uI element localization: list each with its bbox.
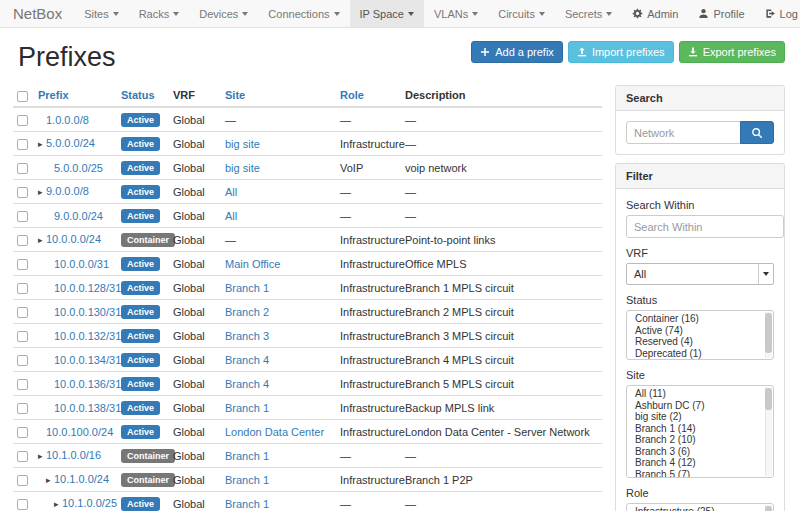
role-value: Infrastructure bbox=[340, 402, 405, 414]
listbox-option[interactable]: Branch 4 (12) bbox=[627, 457, 773, 469]
site-link[interactable]: Branch 3 bbox=[225, 330, 269, 342]
nav-item-vlans[interactable]: VLANs bbox=[424, 0, 488, 27]
row-checkbox[interactable] bbox=[17, 235, 28, 246]
listbox-option[interactable]: Deprecated (1) bbox=[627, 348, 773, 360]
site-link[interactable]: Branch 1 bbox=[225, 402, 269, 414]
site-link[interactable]: big site bbox=[225, 162, 260, 174]
row-checkbox[interactable] bbox=[17, 475, 28, 486]
export-prefixes-button[interactable]: Export prefixes bbox=[679, 41, 785, 63]
listbox-option[interactable]: big site (2) bbox=[627, 411, 773, 423]
row-checkbox[interactable] bbox=[17, 427, 28, 438]
prefix-link[interactable]: 10.0.0.134/31 bbox=[54, 354, 121, 366]
search-input[interactable] bbox=[626, 121, 741, 144]
row-checkbox[interactable] bbox=[17, 379, 28, 390]
prefix-link[interactable]: 10.1.0.0/16 bbox=[46, 449, 101, 461]
site-link[interactable]: big site bbox=[225, 138, 260, 150]
listbox-option[interactable]: All (11) bbox=[627, 388, 773, 400]
row-select-cell bbox=[13, 420, 38, 444]
prefix-link[interactable]: 5.0.0.0/25 bbox=[54, 162, 103, 174]
site-link[interactable]: All bbox=[225, 210, 237, 222]
site-link[interactable]: Branch 4 bbox=[225, 354, 269, 366]
listbox-option[interactable]: Branch 3 (6) bbox=[627, 446, 773, 458]
nav-item-devices[interactable]: Devices bbox=[189, 0, 258, 27]
listbox-option[interactable]: Reserved (4) bbox=[627, 336, 773, 348]
prefix-link[interactable]: 10.0.0.132/31 bbox=[54, 330, 121, 342]
scrollbar-thumb[interactable] bbox=[765, 506, 772, 511]
prefix-link[interactable]: 9.0.0.0/8 bbox=[46, 185, 89, 197]
row-checkbox[interactable] bbox=[17, 499, 28, 510]
listbox-option[interactable]: Branch 5 (7) bbox=[627, 469, 773, 479]
row-checkbox[interactable] bbox=[17, 211, 28, 222]
row-checkbox[interactable] bbox=[17, 451, 28, 462]
row-checkbox[interactable] bbox=[17, 307, 28, 318]
sort-site[interactable]: Site bbox=[225, 89, 245, 101]
sort-prefix[interactable]: Prefix bbox=[38, 89, 69, 101]
site-link[interactable]: Branch 1 bbox=[225, 474, 269, 486]
prefix-link[interactable]: 1.0.0.0/8 bbox=[46, 114, 89, 126]
row-checkbox[interactable] bbox=[17, 403, 28, 414]
scrollbar-thumb[interactable] bbox=[765, 313, 772, 353]
chevron-down-icon bbox=[758, 264, 773, 284]
search-within-input[interactable] bbox=[626, 215, 784, 238]
nav-item-ip-space[interactable]: IP Space bbox=[350, 0, 424, 27]
site-link[interactable]: All bbox=[225, 186, 237, 198]
row-checkbox[interactable] bbox=[17, 139, 28, 150]
row-select-cell bbox=[13, 300, 38, 324]
listbox-option[interactable]: Ashburn DC (7) bbox=[627, 400, 773, 412]
site-link[interactable]: Branch 2 bbox=[225, 306, 269, 318]
prefix-link[interactable]: 10.0.0.130/31 bbox=[54, 306, 121, 318]
vrf-cell: Global bbox=[173, 156, 225, 180]
table-row: 10.0.0.132/31ActiveGlobalBranch 3Infrast… bbox=[13, 324, 602, 348]
nav-item-secrets[interactable]: Secrets bbox=[555, 0, 622, 27]
prefix-link[interactable]: 10.0.100.0/24 bbox=[46, 426, 113, 438]
vrf-select[interactable]: All bbox=[626, 263, 774, 285]
app-brand[interactable]: NetBox bbox=[13, 0, 62, 27]
listbox-option[interactable]: Active (74) bbox=[627, 325, 773, 337]
prefix-link[interactable]: 9.0.0.0/24 bbox=[54, 210, 103, 222]
prefix-cell: ▸9.0.0.0/8 bbox=[38, 180, 121, 204]
listbox-option[interactable]: Infrastructure (25) bbox=[627, 506, 773, 511]
select-all-checkbox[interactable] bbox=[17, 91, 28, 102]
nav-item-circuits[interactable]: Circuits bbox=[488, 0, 555, 27]
prefix-link[interactable]: 10.1.0.0/24 bbox=[54, 473, 109, 485]
status-cell: Active bbox=[121, 372, 173, 396]
site-link[interactable]: Branch 1 bbox=[225, 498, 269, 510]
prefix-link[interactable]: 10.0.0.0/31 bbox=[54, 258, 109, 270]
site-link[interactable]: Branch 1 bbox=[225, 282, 269, 294]
nav-item-profile[interactable]: Profile bbox=[688, 0, 754, 27]
import-prefixes-button[interactable]: Import prefixes bbox=[568, 41, 674, 63]
sort-role[interactable]: Role bbox=[340, 89, 364, 101]
row-checkbox[interactable] bbox=[17, 187, 28, 198]
site-link[interactable]: Branch 4 bbox=[225, 378, 269, 390]
row-checkbox[interactable] bbox=[17, 115, 28, 126]
listbox-option[interactable]: Branch 2 (10) bbox=[627, 434, 773, 446]
row-checkbox[interactable] bbox=[17, 163, 28, 174]
nav-item-connections[interactable]: Connections bbox=[258, 0, 349, 27]
row-checkbox[interactable] bbox=[17, 331, 28, 342]
prefix-link[interactable]: 10.0.0.0/24 bbox=[46, 233, 101, 245]
nav-item-racks[interactable]: Racks bbox=[129, 0, 190, 27]
listbox-option[interactable]: Container (16) bbox=[627, 313, 773, 325]
prefix-link[interactable]: 10.1.0.0/25 bbox=[62, 497, 117, 509]
row-checkbox[interactable] bbox=[17, 355, 28, 366]
site-link[interactable]: Branch 1 bbox=[225, 450, 269, 462]
listbox-option[interactable]: Branch 1 (14) bbox=[627, 423, 773, 435]
scrollbar-thumb[interactable] bbox=[765, 388, 772, 410]
description-cell: Backup MPLS link bbox=[405, 396, 602, 420]
site-link[interactable]: London Data Center bbox=[225, 426, 324, 438]
row-checkbox[interactable] bbox=[17, 259, 28, 270]
nav-item-admin[interactable]: Admin bbox=[622, 0, 688, 27]
add-a-prefix-button[interactable]: Add a prefix bbox=[471, 41, 563, 63]
prefix-link[interactable]: 5.0.0.0/24 bbox=[46, 137, 95, 149]
prefix-link[interactable]: 10.0.0.136/31 bbox=[54, 378, 121, 390]
search-submit-button[interactable] bbox=[740, 121, 774, 144]
prefix-link[interactable]: 10.0.0.138/31 bbox=[54, 402, 121, 414]
status-cell: Active bbox=[121, 300, 173, 324]
nav-item-sites[interactable]: Sites bbox=[74, 0, 128, 27]
site-link[interactable]: Main Office bbox=[225, 258, 280, 270]
row-checkbox[interactable] bbox=[17, 283, 28, 294]
sort-status[interactable]: Status bbox=[121, 89, 155, 101]
vrf-value: Global bbox=[173, 306, 205, 318]
nav-item-log-out[interactable]: Log out bbox=[755, 0, 800, 27]
prefix-link[interactable]: 10.0.0.128/31 bbox=[54, 282, 121, 294]
